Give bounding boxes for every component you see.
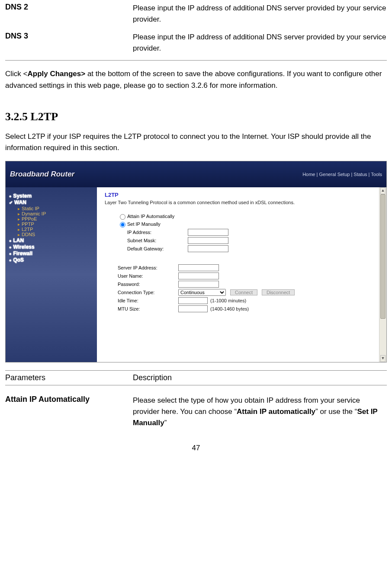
connect-button[interactable]: Connect	[230, 289, 257, 295]
text: ”	[164, 419, 167, 427]
server-ip-row: Server IP Address:	[118, 264, 379, 271]
param-term: DNS 3	[5, 32, 133, 54]
radio-attain-auto-input[interactable]	[120, 214, 125, 220]
radio-attain-auto-label: Attain IP Automatically	[127, 214, 174, 219]
router-brand: Broadband Router	[10, 170, 74, 179]
password-row: Password:	[118, 281, 379, 288]
nav-wan[interactable]: WAN	[9, 199, 93, 205]
param-term: DNS 2	[5, 3, 133, 26]
idle-time-label: Idle Time:	[118, 298, 178, 303]
idle-time-row: Idle Time: (1-1000 minutes)	[118, 297, 379, 304]
param-desc: Please select the type of how you obtain…	[133, 395, 387, 429]
mtu-size-row: MTU Size: (1400-1460 bytes)	[118, 305, 379, 312]
username-row: User Name:	[118, 272, 379, 279]
router-nav: System WAN Static IP Dynamic IP PPPoE PP…	[6, 187, 97, 362]
disconnect-button[interactable]: Disconnect	[262, 289, 295, 295]
connection-type-row: Connection Type: Continuous Connect Disc…	[118, 289, 379, 296]
param-desc: Please input the IP address of additiona…	[133, 3, 387, 26]
radio-set-manual-input[interactable]	[120, 222, 125, 228]
nav-qos[interactable]: QoS	[9, 257, 93, 263]
password-input[interactable]	[178, 281, 219, 288]
scroll-down-icon[interactable]: ▼	[380, 355, 386, 362]
text: Click <	[5, 70, 27, 78]
l2tp-intro: Select L2TP if your ISP requires the L2T…	[5, 131, 387, 154]
param-row: DNS 2 Please input the IP address of add…	[5, 3, 387, 26]
nav-pptp[interactable]: PPTP	[18, 221, 93, 227]
ip-address-input[interactable]	[188, 229, 228, 236]
radio-attain-auto[interactable]: Attain IP Automatically	[118, 213, 379, 220]
mtu-size-label: MTU Size:	[118, 306, 178, 311]
divider	[5, 60, 387, 61]
nav-dynamic-ip[interactable]: Dynamic IP	[18, 211, 93, 216]
connection-type-select[interactable]: Continuous	[178, 289, 226, 296]
nav-firewall[interactable]: Firewall	[9, 250, 93, 256]
text: ” or use the “	[315, 407, 357, 416]
subnet-mask-label: Subnet Mask:	[118, 238, 188, 243]
idle-time-input[interactable]	[178, 297, 208, 304]
nav-system[interactable]: System	[9, 193, 93, 199]
apply-changes-paragraph: Click <Apply Changes> at the bottom of t…	[5, 68, 387, 91]
apply-changes-bold: Apply Changes>	[27, 70, 85, 78]
subnet-mask-input[interactable]	[188, 237, 228, 244]
panel-subtitle: Layer Two Tunneling Protocol is a common…	[105, 200, 379, 205]
param-row: Attain IP Automatically Please select th…	[5, 395, 387, 429]
router-content: L2TP Layer Two Tunneling Protocol is a c…	[97, 187, 386, 362]
section-heading: 3.2.5 L2TP	[5, 110, 387, 123]
mtu-size-input[interactable]	[178, 305, 208, 312]
scrollbar[interactable]: ▲ ▼	[379, 187, 386, 362]
radio-set-manual-label: Set IP Manually	[127, 221, 161, 227]
server-ip-label: Server IP Address:	[118, 265, 178, 270]
scroll-up-icon[interactable]: ▲	[380, 187, 386, 194]
param-row: DNS 3 Please input the IP address of add…	[5, 32, 387, 54]
router-body: System WAN Static IP Dynamic IP PPPoE PP…	[6, 187, 386, 362]
connection-type-label: Connection Type:	[118, 290, 178, 295]
scroll-thumb[interactable]	[380, 194, 386, 319]
idle-time-hint: (1-1000 minutes)	[210, 298, 246, 303]
router-header-links[interactable]: Home | General Setup | Status | Tools	[302, 172, 382, 177]
subnet-mask-row: Subnet Mask:	[118, 237, 379, 244]
params-table-header: Parameters Description	[5, 370, 387, 385]
nav-l2tp[interactable]: L2TP	[18, 227, 93, 232]
document-page: DNS 2 Please input the IP address of add…	[0, 0, 392, 461]
radio-set-manual[interactable]: Set IP Manually	[118, 221, 379, 228]
page-number: 47	[5, 444, 387, 452]
router-screenshot: Broadband Router Home | General Setup | …	[5, 161, 387, 362]
nav-wireless[interactable]: Wireless	[9, 244, 93, 250]
spacer	[118, 253, 379, 263]
nav-lan[interactable]: LAN	[9, 237, 93, 244]
default-gateway-row: Default Gateway:	[118, 245, 379, 252]
params-col-header: Parameters	[5, 373, 133, 382]
ip-address-label: IP Address:	[118, 230, 188, 235]
nav-pppoe[interactable]: PPPoE	[18, 216, 93, 221]
mtu-size-hint: (1400-1460 bytes)	[210, 306, 249, 311]
password-label: Password:	[118, 282, 178, 287]
server-ip-input[interactable]	[178, 264, 219, 271]
nav-static-ip[interactable]: Static IP	[18, 206, 93, 211]
ip-address-row: IP Address:	[118, 229, 379, 236]
username-input[interactable]	[178, 272, 219, 279]
description-col-header: Description	[133, 373, 387, 382]
form-block: Attain IP Automatically Set IP Manually …	[118, 213, 379, 312]
default-gateway-input[interactable]	[188, 245, 228, 252]
panel-title: L2TP	[105, 192, 379, 198]
bold-text: Attain IP automatically	[237, 407, 315, 416]
param-term: Attain IP Automatically	[5, 395, 133, 429]
username-label: User Name:	[118, 273, 178, 279]
default-gateway-label: Default Gateway:	[118, 246, 188, 251]
param-desc: Please input the IP address of additiona…	[133, 32, 387, 54]
nav-ddns[interactable]: DDNS	[18, 232, 93, 237]
router-header: Broadband Router Home | General Setup | …	[6, 161, 386, 187]
